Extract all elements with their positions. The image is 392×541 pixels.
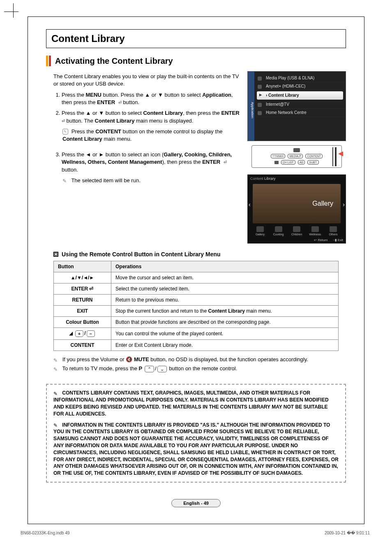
page-number: English - 49 bbox=[171, 499, 221, 507]
t: Press the bbox=[62, 92, 86, 98]
t: , then press the bbox=[183, 110, 221, 116]
osd-item: Anynet+ (HDMI-CEC) bbox=[254, 82, 346, 91]
remote-button: TTX/MIX bbox=[271, 154, 286, 158]
t: button. The bbox=[65, 118, 95, 124]
exit-hint: →▮ Exit bbox=[332, 238, 343, 242]
application-label: Application bbox=[202, 92, 231, 98]
t: To return to TV mode, press the bbox=[62, 365, 138, 372]
operation-cell: You can control the volume of the played… bbox=[111, 328, 339, 340]
button-cell: RETURN bbox=[54, 295, 111, 306]
note-selected-item: ✎ The selected item will be run. bbox=[62, 177, 240, 184]
section-title: Activating the Content Library bbox=[55, 56, 173, 66]
t: button. bbox=[122, 99, 139, 105]
intro-text: The Content Library enables you to view … bbox=[53, 73, 240, 87]
osd-item: Home Network Centre bbox=[254, 109, 346, 117]
table-row: EXITStop the current function and return… bbox=[54, 306, 339, 317]
button-cell: ▲/▼/◄/► bbox=[54, 272, 111, 283]
button-cell: ENTER ⏎ bbox=[54, 283, 111, 295]
remote-button: SUBT. bbox=[307, 160, 319, 165]
enter-label: ENTER bbox=[221, 110, 239, 116]
operation-cell: Return to the previous menu. bbox=[111, 295, 339, 306]
page-title-bar: Content Library bbox=[46, 29, 346, 48]
th-button: Button bbox=[54, 261, 111, 272]
osd-side-label: Application bbox=[248, 72, 254, 141]
t: If you press the Volume or bbox=[62, 356, 126, 362]
arrow-icon bbox=[338, 151, 343, 156]
table-row: CONTENTEnter or Exit Content Library mod… bbox=[54, 340, 339, 351]
remote-diagram: TTX/MIXMEDIA.PCONTENT CH LISTADSUBT. bbox=[251, 145, 342, 168]
button-cell: Colour Button bbox=[54, 317, 111, 328]
th-operations: Operations bbox=[111, 261, 339, 272]
button-cell: CONTENT bbox=[54, 340, 111, 351]
t: Press the ◄ or ► button to select an ico… bbox=[62, 151, 164, 158]
note-icon: ✎ bbox=[62, 129, 68, 135]
legal-notice: ✎ Contents Library contains text, graphi… bbox=[46, 384, 346, 483]
step-1: Press the MENU button. Press the ▲ or ▼ … bbox=[62, 91, 240, 106]
t: Press the bbox=[71, 128, 96, 135]
pencil-icon: ✎ bbox=[53, 390, 59, 396]
remote-icon bbox=[293, 148, 300, 152]
t: button. bbox=[62, 167, 78, 173]
table-row: ▲/▼/◄/►Move the cursor and select an ite… bbox=[54, 272, 339, 283]
step-2: Press the ▲ or ▼ button to select Conten… bbox=[62, 109, 240, 124]
osd-item: Media Play (USB & DLNA) bbox=[254, 74, 346, 82]
button-cell: EXIT bbox=[54, 306, 111, 317]
legal-p2: ✎ Information in the Contents Library is… bbox=[53, 422, 339, 477]
footer-right: 2009-10-21 �� 9:01:11 bbox=[325, 531, 370, 535]
button-cell: ◢ +/– bbox=[54, 328, 111, 340]
operation-cell: Move the cursor and select an item. bbox=[111, 272, 339, 283]
remote-table: Button Operations ▲/▼/◄/►Move the cursor… bbox=[53, 261, 339, 351]
pencil-icon: ✎ bbox=[53, 357, 59, 363]
preview-title: Content Content LibraryLibrary bbox=[250, 176, 276, 181]
osd-item: › Content Library bbox=[257, 91, 343, 100]
note-content-button: ✎ Press the CONTENT button on the remote… bbox=[62, 128, 240, 143]
remote-button: MEDIA.P bbox=[288, 154, 303, 158]
t: The selected item will be run. bbox=[71, 177, 140, 183]
osd-menu: Application Media Play (USB & DLNA)Anyne… bbox=[247, 71, 346, 141]
t: ), then press the bbox=[162, 159, 203, 165]
table-row: RETURNReturn to the previous menu. bbox=[54, 295, 339, 306]
table-row: Colour ButtonButton that provide functio… bbox=[54, 317, 339, 328]
t: button, no OSD is displayed, but the fun… bbox=[149, 356, 308, 362]
t: main menu is displayed. bbox=[134, 118, 193, 124]
page-down-icon: ⌄ bbox=[157, 366, 167, 372]
t: button on the remote control to display … bbox=[121, 128, 222, 135]
content-button-label: CONTENT bbox=[95, 128, 121, 135]
operation-cell: Select the currently selected item. bbox=[111, 283, 339, 295]
t: button on the remote control. bbox=[169, 365, 237, 372]
enter-icon: ⏎ bbox=[220, 159, 227, 165]
remote-button: CH LIST bbox=[281, 160, 295, 165]
remote-button: AD bbox=[298, 160, 305, 165]
t: Press the ▲ or ▼ button to select bbox=[62, 110, 143, 116]
chevron-right-icon: › bbox=[343, 201, 345, 208]
gallery-label: Gallery bbox=[312, 200, 333, 207]
t: main menu. bbox=[102, 136, 132, 142]
pencil-icon: ✎ bbox=[53, 422, 59, 428]
content-library-label: Content Library bbox=[95, 118, 135, 124]
p-label: P bbox=[139, 365, 143, 372]
note-mute: ✎ If you press the Volume or 🔇 MUTE butt… bbox=[53, 356, 346, 363]
preview-photo: Gallery bbox=[253, 184, 341, 223]
preview-icon: Children bbox=[289, 226, 304, 236]
preview-icon: Gallery bbox=[253, 226, 267, 236]
operation-cell: Enter or Exit Content Library mode. bbox=[111, 340, 339, 351]
content-library-preview: Content Content LibraryLibrary Gallery ‹… bbox=[247, 174, 346, 244]
footer-left: BN68-02333K-Eng.indb 49 bbox=[21, 531, 70, 535]
chevron-left-icon: ‹ bbox=[249, 201, 251, 208]
legal-p1: ✎ Contents Library contains text, graphi… bbox=[53, 390, 339, 417]
preview-icon: Wellness bbox=[308, 226, 323, 236]
enter-icon: ⏎ bbox=[62, 118, 65, 124]
preview-icon: Others bbox=[326, 226, 341, 236]
enter-label: ENTER bbox=[202, 159, 220, 165]
pencil-icon: ✎ bbox=[53, 366, 59, 372]
content-library-label: Content Library bbox=[62, 136, 102, 142]
page-up-icon: ⌃ bbox=[145, 366, 154, 372]
note-tv-mode: ✎ To return to TV mode, press the P ⌃/⌄ … bbox=[53, 365, 346, 372]
t: button. Press the ▲ or ▼ button to selec… bbox=[101, 92, 202, 98]
page-title: Content Library bbox=[51, 33, 341, 44]
menu-label: MENU bbox=[86, 92, 101, 98]
enter-label: ENTER bbox=[97, 99, 115, 105]
remote-button: CONTENT bbox=[305, 154, 323, 158]
return-hint: ↩ Return bbox=[314, 238, 327, 242]
subsection-title: Using the Remote Control Button in Conte… bbox=[62, 251, 221, 258]
